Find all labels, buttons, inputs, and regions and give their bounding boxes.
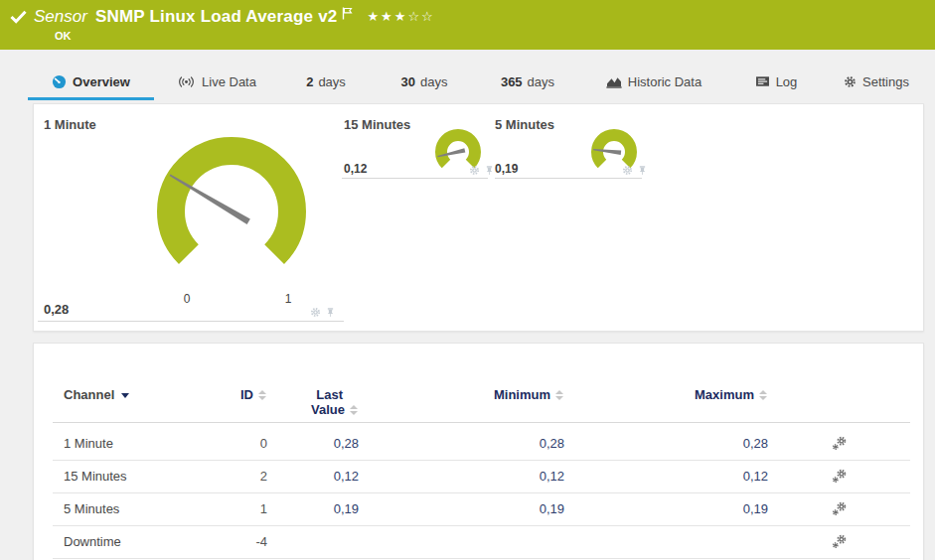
tab-2-days-number: 2 <box>306 74 313 89</box>
tab-overview[interactable]: Overview <box>28 71 154 91</box>
column-header-minimum-label: Minimum <box>494 387 550 402</box>
log-icon <box>755 75 770 87</box>
status-check-icon <box>10 10 27 24</box>
sensor-status-text: OK <box>55 30 72 42</box>
tab-live-data-label: Live Data <box>202 74 256 89</box>
sensor-title: SNMP Linux Load Average v2 <box>95 7 338 27</box>
column-header-minimum[interactable]: Minimum <box>359 387 564 402</box>
gauge-settings-gear-icon[interactable] <box>310 307 321 318</box>
table-header-row: Channel ID Last Value Minimum Maximum <box>53 387 910 423</box>
cell-channel: Downtime <box>53 534 232 549</box>
sort-icon <box>350 405 359 415</box>
live-data-icon <box>177 75 196 88</box>
gauge-pin-icon[interactable] <box>325 307 336 318</box>
tab-log-label: Log <box>776 74 798 89</box>
gauge-title-15-minutes: 15 Minutes <box>344 117 410 132</box>
cell-id: 0 <box>232 436 267 451</box>
tab-settings-label: Settings <box>862 74 909 89</box>
column-header-channel-label: Channel <box>64 387 114 402</box>
gauge-pin-icon[interactable] <box>484 165 495 176</box>
column-header-id-label: ID <box>240 387 253 402</box>
table-row[interactable]: Downtime -4 <box>53 525 910 559</box>
tab-log[interactable]: Log <box>750 71 802 91</box>
channel-settings-gear-icon[interactable] <box>832 534 847 549</box>
tab-365-days-number: 365 <box>501 74 523 89</box>
tab-overview-label: Overview <box>73 74 130 89</box>
tab-365-days[interactable]: 365 days <box>494 71 561 91</box>
channel-settings-gear-icon[interactable] <box>832 501 847 516</box>
cell-channel: 15 Minutes <box>53 469 232 484</box>
channel-settings-gear-icon[interactable] <box>832 436 847 451</box>
cell-channel: 5 Minutes <box>53 501 232 516</box>
cell-last-value: 0,12 <box>267 469 359 484</box>
sort-icon <box>258 390 267 400</box>
tab-30-days-number: 30 <box>401 74 415 89</box>
table-row[interactable]: 1 Minute 0 0,28 0,28 0,28 <box>53 427 910 461</box>
gauges-panel: 1 Minute 0 1 0,28 15 Minutes 0,12 <box>33 103 924 332</box>
gauge-5-minutes-controls <box>622 165 648 176</box>
table-row[interactable]: 5 Minutes 1 0,19 0,19 0,19 <box>53 492 910 526</box>
column-header-channel[interactable]: Channel <box>53 387 232 402</box>
gauge-tick-min: 0 <box>177 292 197 306</box>
cell-channel: 1 Minute <box>53 436 232 451</box>
cell-last-value: 0,19 <box>267 501 359 516</box>
tab-live-data[interactable]: Live Data <box>167 71 266 91</box>
gauge-value-15-minutes: 0,12 <box>344 162 367 176</box>
tab-2-days-label: days <box>318 74 345 89</box>
sensor-status-header: Sensor SNMP Linux Load Average v2 ★★★☆☆ … <box>0 0 935 50</box>
cell-id: -4 <box>232 534 267 549</box>
column-header-maximum-label: Maximum <box>695 387 754 402</box>
tab-30-days[interactable]: 30 days <box>393 71 455 91</box>
tab-historic-data-label: Historic Data <box>628 74 701 89</box>
cell-maximum: 0,19 <box>564 501 768 516</box>
cell-id: 1 <box>232 501 267 516</box>
gauge-value-1-minute: 0,28 <box>44 302 69 317</box>
gauge-1-minute-controls <box>310 307 336 318</box>
cell-minimum: 0,12 <box>359 469 564 484</box>
historic-chart-icon <box>606 75 622 88</box>
sort-icon <box>555 390 564 400</box>
cell-id: 2 <box>232 469 267 484</box>
priority-flag-icon[interactable] <box>342 7 353 20</box>
gauge-1-minute <box>152 128 311 295</box>
gauge-tick-max: 1 <box>278 292 298 306</box>
gauge-settings-gear-icon[interactable] <box>622 165 633 176</box>
gauge-settings-gear-icon[interactable] <box>469 165 480 176</box>
tab-2-days[interactable]: 2 days <box>298 71 354 91</box>
gauge-title-1-minute: 1 Minute <box>44 117 96 132</box>
settings-gear-icon <box>844 75 857 88</box>
tab-historic-data[interactable]: Historic Data <box>601 71 706 91</box>
object-kind-label: Sensor <box>34 7 87 27</box>
sort-icon <box>759 390 768 400</box>
gauge-title-5-minutes: 5 Minutes <box>495 117 554 132</box>
sort-desc-icon <box>121 393 129 398</box>
cell-maximum: 0,28 <box>564 436 768 451</box>
gauge-icon <box>52 74 67 89</box>
tab-365-days-label: days <box>528 74 554 89</box>
column-header-value-label: Value <box>311 402 345 417</box>
gauge-divider <box>495 178 642 179</box>
gauge-pin-icon[interactable] <box>637 165 648 176</box>
cell-minimum: 0,28 <box>359 436 564 451</box>
column-header-id[interactable]: ID <box>232 387 267 402</box>
tab-settings[interactable]: Settings <box>843 71 910 91</box>
column-header-last-label: Last <box>316 387 343 402</box>
gauge-15-minutes-controls <box>469 165 495 176</box>
channel-settings-gear-icon[interactable] <box>832 469 847 484</box>
cell-maximum: 0,12 <box>564 469 768 484</box>
priority-stars[interactable]: ★★★☆☆ <box>367 9 434 24</box>
channels-table-panel: Channel ID Last Value Minimum Maximum 1 … <box>33 343 924 560</box>
gauge-divider <box>342 178 488 179</box>
column-header-last-value[interactable]: Last Value <box>267 387 359 417</box>
cell-minimum: 0,19 <box>359 501 564 516</box>
cell-last-value: 0,28 <box>267 436 359 451</box>
gauge-value-5-minutes: 0,19 <box>495 162 518 176</box>
gauge-divider <box>38 321 344 322</box>
table-row[interactable]: 15 Minutes 2 0,12 0,12 0,12 <box>53 460 910 493</box>
tab-30-days-label: days <box>420 74 447 89</box>
column-header-maximum[interactable]: Maximum <box>564 387 768 402</box>
prtg-sensor-page: Sensor SNMP Linux Load Average v2 ★★★☆☆ … <box>0 0 935 560</box>
